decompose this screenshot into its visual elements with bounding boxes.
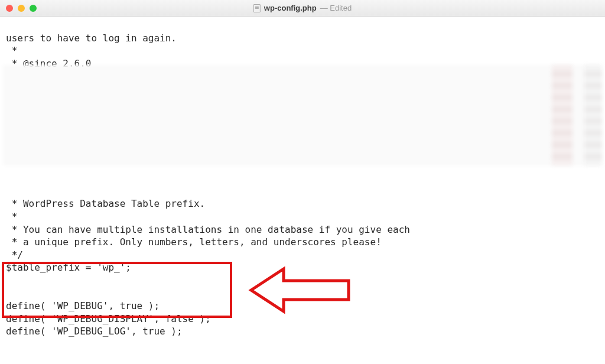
redacted-region	[552, 65, 573, 165]
close-button[interactable]	[6, 5, 13, 12]
arrow-annotation	[248, 264, 352, 316]
traffic-lights	[6, 5, 37, 12]
redacted-region	[584, 65, 602, 165]
redacted-region	[3, 65, 599, 165]
filename-label: wp-config.php	[264, 4, 317, 12]
code-line: * WordPress Database Table prefix.	[6, 198, 205, 209]
code-line: *	[6, 45, 17, 56]
code-line: * You can have multiple installations in…	[6, 224, 410, 235]
code-line: */	[6, 249, 23, 261]
code-line: *	[6, 211, 17, 222]
minimize-button[interactable]	[18, 5, 25, 12]
highlight-box-annotation	[2, 262, 232, 318]
document-icon	[253, 4, 261, 12]
code-line: users to have to log in again.	[6, 32, 177, 44]
code-line: * a unique prefix. Only numbers, letters…	[6, 236, 382, 248]
edited-indicator: — Edited	[320, 4, 352, 12]
code-line: define( 'WP_DEBUG_LOG', true );	[6, 326, 183, 337]
window-title: wp-config.php — Edited	[253, 4, 352, 12]
zoom-button[interactable]	[30, 5, 37, 12]
window-titlebar: wp-config.php — Edited	[0, 0, 605, 17]
